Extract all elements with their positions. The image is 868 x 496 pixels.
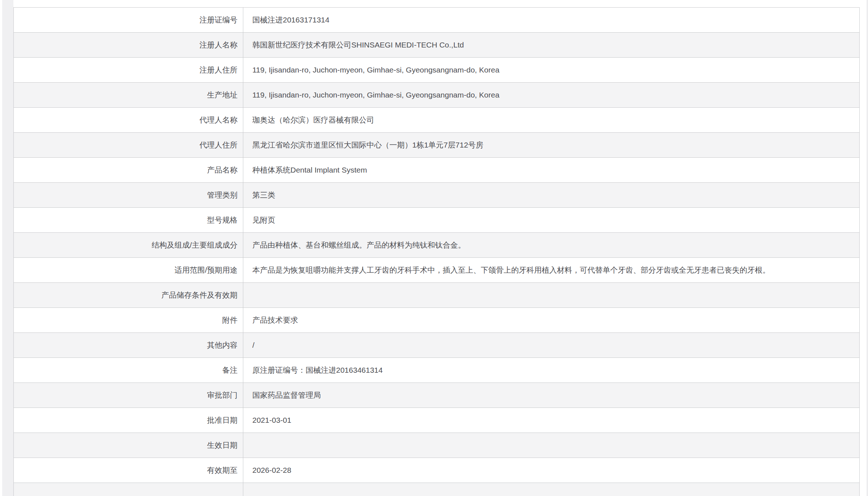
row-value [243,283,860,308]
registration-detail-panel: 注册证编号 国械注进20163171314 注册人名称 韩国新世纪医疗技术有限公… [13,7,860,496]
table-row: 注册人名称 韩国新世纪医疗技术有限公司SHINSAEGI MEDI-TECH C… [14,33,860,58]
row-label: 备注 [14,358,243,383]
row-label: 代理人住所 [14,133,243,158]
table-row: 代理人住所 黑龙江省哈尔滨市道里区恒大国际中心（一期）1栋1单元7层712号房 [14,133,860,158]
row-value: 种植体系统Dental Implant System [243,158,860,183]
row-label: 产品名称 [14,158,243,183]
table-row: 产品储存条件及有效期 [14,283,860,308]
row-value: 本产品是为恢复咀嚼功能并支撑人工牙齿的牙科手术中，插入至上、下颌骨上的牙科用植入… [243,258,860,283]
row-value: 黑龙江省哈尔滨市道里区恒大国际中心（一期）1栋1单元7层712号房 [243,133,860,158]
registration-info-table: 注册证编号 国械注进20163171314 注册人名称 韩国新世纪医疗技术有限公… [13,7,860,496]
row-label: 管理类别 [14,183,243,208]
row-label: 注册证编号 [14,8,243,33]
row-value: 119, Ijisandan-ro, Juchon-myeon, Gimhae-… [243,83,860,108]
row-value [243,483,860,496]
left-gutter [2,0,13,496]
table-row: 批准日期 2021-03-01 [14,408,860,433]
row-value: 119, Ijisandan-ro, Juchon-myeon, Gimhae-… [243,58,860,83]
table-row: 管理类别 第三类 [14,183,860,208]
table-row: 注册证编号 国械注进20163171314 [14,8,860,33]
row-label [14,483,243,496]
table-row: 有效期至 2026-02-28 [14,458,860,483]
row-value: 国家药品监督管理局 [243,383,860,408]
row-value: 原注册证编号：国械注进20163461314 [243,358,860,383]
row-label: 批准日期 [14,408,243,433]
row-label: 注册人住所 [14,58,243,83]
row-label: 审批部门 [14,383,243,408]
row-value: 国械注进20163171314 [243,8,860,33]
table-row: 适用范围/预期用途 本产品是为恢复咀嚼功能并支撑人工牙齿的牙科手术中，插入至上、… [14,258,860,283]
row-label: 代理人名称 [14,108,243,133]
scrollbar-track[interactable] [867,0,868,496]
row-value: 产品技术要求 [243,308,860,333]
table-row: 结构及组成/主要组成成分 产品由种植体、基台和螺丝组成。产品的材料为纯钛和钛合金… [14,233,860,258]
row-value: / [243,333,860,358]
row-label: 注册人名称 [14,33,243,58]
row-value: 2021-03-01 [243,408,860,433]
table-row: 审批部门 国家药品监督管理局 [14,383,860,408]
row-label: 附件 [14,308,243,333]
row-value: 韩国新世纪医疗技术有限公司SHINSAEGI MEDI-TECH Co.,Ltd [243,33,860,58]
row-label: 有效期至 [14,458,243,483]
table-row: 产品名称 种植体系统Dental Implant System [14,158,860,183]
table-row [14,483,860,496]
row-label: 型号规格 [14,208,243,233]
table-row: 附件 产品技术要求 [14,308,860,333]
row-label: 生产地址 [14,83,243,108]
table-row: 代理人名称 珈奥达（哈尔滨）医疗器械有限公司 [14,108,860,133]
row-label: 适用范围/预期用途 [14,258,243,283]
row-label: 产品储存条件及有效期 [14,283,243,308]
row-value [243,433,860,458]
table-row: 注册人住所 119, Ijisandan-ro, Juchon-myeon, G… [14,58,860,83]
row-value: 见附页 [243,208,860,233]
table-row: 备注 原注册证编号：国械注进20163461314 [14,358,860,383]
row-value: 2026-02-28 [243,458,860,483]
table-row: 型号规格 见附页 [14,208,860,233]
row-label: 其他内容 [14,333,243,358]
table-row: 生效日期 [14,433,860,458]
row-label: 结构及组成/主要组成成分 [14,233,243,258]
table-row: 生产地址 119, Ijisandan-ro, Juchon-myeon, Gi… [14,83,860,108]
table-row: 其他内容 / [14,333,860,358]
row-value: 珈奥达（哈尔滨）医疗器械有限公司 [243,108,860,133]
row-value: 产品由种植体、基台和螺丝组成。产品的材料为纯钛和钛合金。 [243,233,860,258]
row-value: 第三类 [243,183,860,208]
row-label: 生效日期 [14,433,243,458]
